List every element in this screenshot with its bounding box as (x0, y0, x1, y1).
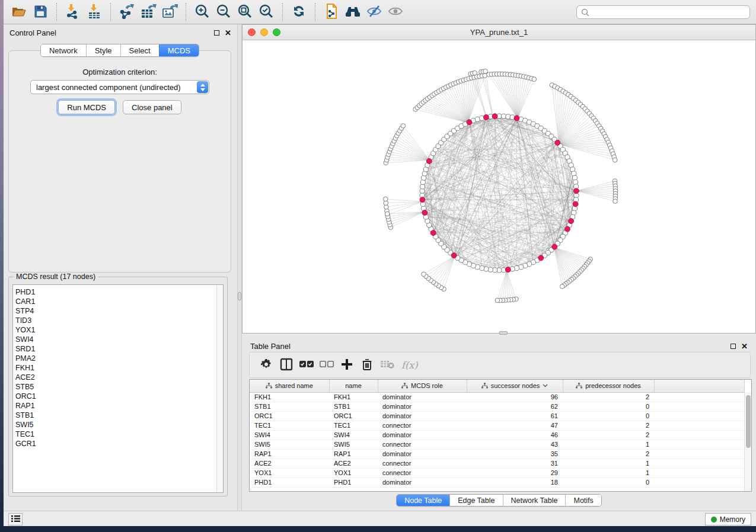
float-icon[interactable] (214, 30, 219, 36)
column-header-MCDS-role[interactable]: MCDS role (378, 380, 467, 392)
splitter-grip[interactable] (499, 331, 508, 335)
graph-node[interactable] (422, 272, 426, 277)
column-header-successor-nodes[interactable]: successor nodes (467, 380, 563, 392)
graph-node[interactable] (420, 180, 425, 184)
deselect-all-button[interactable] (318, 357, 335, 373)
export-image-button[interactable] (161, 3, 178, 21)
graph-hub-node[interactable] (555, 140, 560, 145)
select-all-button[interactable] (298, 357, 315, 373)
result-item[interactable]: SRD1 (15, 344, 223, 354)
table-scrollbar-thumb[interactable] (746, 395, 751, 448)
result-item[interactable]: ACE2 (15, 373, 223, 382)
graph-hub-node[interactable] (483, 115, 489, 120)
refresh-button[interactable] (290, 3, 308, 21)
table-row[interactable]: PHD1PHD1dominator180 (250, 477, 744, 487)
graph-hub-node[interactable] (552, 244, 557, 249)
splitter-grip[interactable] (238, 292, 241, 300)
export-table-button[interactable] (139, 3, 157, 21)
table-settings-button[interactable] (258, 357, 275, 373)
search-input[interactable] (589, 6, 749, 18)
table-row[interactable]: STB1STB1dominator620 (250, 402, 744, 411)
graph-hub-node[interactable] (569, 219, 574, 224)
graph-node[interactable] (495, 298, 500, 303)
delete-table-button[interactable] (379, 357, 395, 373)
graph-hub-node[interactable] (492, 114, 497, 119)
maximize-traffic-light[interactable] (273, 28, 280, 36)
graph-node[interactable] (383, 197, 388, 201)
open-file-button[interactable] (10, 3, 28, 21)
graph-hub-node[interactable] (538, 255, 544, 261)
column-header-predecessor-nodes[interactable]: predecessor nodes (563, 380, 654, 392)
graph-hub-node[interactable] (422, 210, 428, 216)
result-item[interactable]: RAP1 (15, 401, 223, 411)
result-item[interactable]: FKH1 (15, 363, 223, 373)
save-button[interactable] (31, 3, 49, 21)
graph-node[interactable] (532, 77, 537, 82)
close-panel-button[interactable]: Close panel (123, 100, 181, 114)
column-menu-icon[interactable] (543, 384, 548, 387)
table-scrollbar[interactable] (744, 392, 751, 491)
run-mcds-button[interactable]: Run MCDS (58, 100, 115, 114)
import-table-button[interactable] (85, 3, 103, 21)
criterion-dropdown[interactable]: largest connected component (undirected) (30, 80, 209, 94)
graph-node[interactable] (484, 267, 489, 271)
tab-style[interactable]: Style (86, 44, 120, 56)
task-history-button[interactable] (8, 513, 23, 525)
import-network-button[interactable] (64, 3, 82, 21)
graph-node[interactable] (385, 211, 390, 216)
column-header-name[interactable]: name (329, 380, 378, 392)
tab-node-table[interactable]: Node Table (397, 495, 449, 506)
binoculars-button[interactable] (344, 3, 362, 21)
result-item[interactable]: PHD1 (15, 287, 223, 297)
memory-button[interactable]: Memory (705, 513, 751, 525)
network-canvas[interactable] (243, 40, 755, 333)
table-row[interactable]: SWI5SWI5connector431 (250, 440, 744, 449)
table-row[interactable]: ORC1ORC1dominator610 (250, 411, 744, 421)
tab-motifs[interactable]: Motifs (565, 495, 601, 506)
tab-network-table[interactable]: Network Table (503, 495, 566, 506)
graph-node[interactable] (401, 124, 406, 129)
graph-node[interactable] (514, 266, 519, 271)
table-row[interactable]: FKH1FKH1dominator962 (250, 392, 744, 402)
tab-edge-table[interactable]: Edge Table (449, 495, 502, 506)
tab-select[interactable]: Select (120, 44, 159, 56)
close-icon[interactable]: ✕ (225, 29, 231, 37)
delete-column-button[interactable] (359, 357, 375, 373)
table-row[interactable]: ACE2ACE2connector311 (250, 459, 744, 468)
mcds-result-list[interactable]: PHD1CAR1STP4TID3YOX1SWI4SRD1PMA2FKH1ACE2… (12, 284, 224, 493)
graph-node[interactable] (572, 175, 577, 180)
result-item[interactable]: SWI4 (15, 335, 223, 344)
result-item[interactable]: CAR1 (15, 297, 223, 306)
result-item[interactable]: TID3 (15, 316, 223, 325)
graph-hub-node[interactable] (565, 226, 570, 232)
float-icon[interactable] (731, 344, 736, 349)
close-traffic-light[interactable] (248, 28, 256, 36)
graph-node[interactable] (613, 199, 618, 204)
graph-node[interactable] (473, 70, 477, 75)
graph-hub-node[interactable] (430, 230, 436, 236)
zoom-selected-button[interactable] (257, 3, 275, 21)
graph-node[interactable] (506, 114, 511, 119)
graph-hub-node[interactable] (467, 120, 472, 125)
result-item[interactable]: PMA2 (15, 354, 223, 363)
close-icon[interactable]: ✕ (741, 342, 748, 350)
hide-glasses-button[interactable] (365, 3, 383, 21)
result-item[interactable]: TEC1 (15, 430, 223, 439)
graph-hub-node[interactable] (426, 159, 432, 164)
result-item[interactable]: ORC1 (15, 392, 223, 401)
result-item[interactable]: STP4 (15, 306, 223, 316)
show-eye-button[interactable] (387, 3, 404, 21)
table-row[interactable]: YOX1YOX1connector291 (250, 468, 744, 477)
graph-hub-node[interactable] (420, 197, 425, 203)
column-header-shared-name[interactable]: shared name (250, 380, 329, 392)
graph-hub-node[interactable] (451, 253, 457, 258)
table-row[interactable]: SWI4SWI4dominator462 (250, 430, 744, 440)
graph-node[interactable] (560, 284, 564, 289)
graph-node[interactable] (613, 158, 617, 162)
add-column-button[interactable] (339, 357, 355, 373)
export-network-button[interactable] (118, 3, 136, 21)
table-row[interactable]: RAP1RAP1dominator352 (250, 449, 744, 459)
horizontal-splitter[interactable] (242, 334, 756, 338)
graph-hub-node[interactable] (505, 267, 511, 273)
network-document-button[interactable] (323, 3, 340, 21)
